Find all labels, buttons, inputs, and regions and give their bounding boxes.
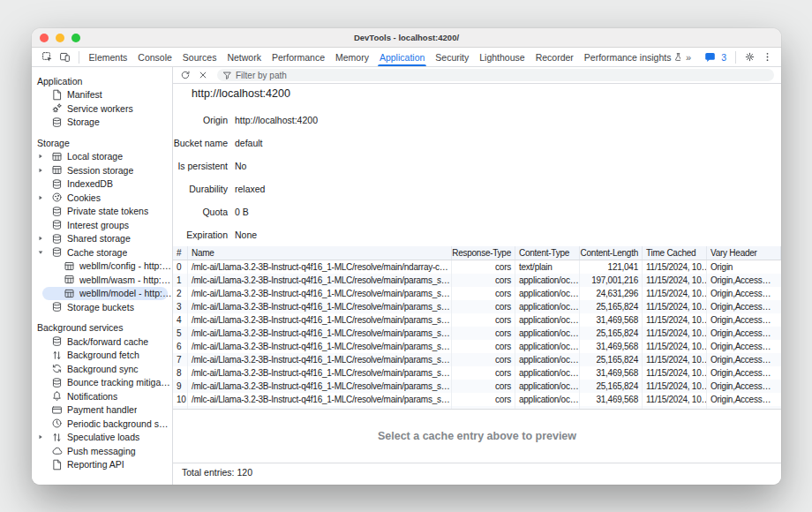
- sidebar-item-service-workers[interactable]: Service workers: [32, 102, 172, 116]
- cell: Origin,Access…: [707, 366, 781, 380]
- bucket-details: Originhttp://localhost:4200Bucket namede…: [173, 109, 781, 246]
- tab-lighthouse[interactable]: Lighthouse: [474, 48, 530, 66]
- sidebar-item-interest-groups[interactable]: Interest groups: [32, 218, 172, 232]
- sidebar-item-label: Background fetch: [67, 350, 139, 360]
- column-header-name[interactable]: Name: [188, 246, 452, 260]
- database-icon: [51, 219, 63, 230]
- table-row[interactable]: 11/mlc-ai/Llama-3.2-3B-Instruct-q4f16_1-…: [173, 406, 781, 409]
- column-header-[interactable]: #: [173, 246, 188, 260]
- sidebar-item-shared-storage[interactable]: Shared storage: [32, 232, 172, 246]
- table-row[interactable]: 5/mlc-ai/Llama-3.2-3B-Instruct-q4f16_1-M…: [173, 327, 781, 340]
- tab-sources[interactable]: Sources: [177, 48, 222, 66]
- sidebar-item-manifest[interactable]: Manifest: [32, 88, 172, 102]
- sidebar-item-reporting-api[interactable]: Reporting API: [32, 458, 172, 472]
- column-header-content-type[interactable]: Content-Type: [515, 246, 580, 260]
- column-header-time-cached[interactable]: Time Cached: [643, 246, 707, 260]
- sidebar-item-storage-buckets[interactable]: Storage buckets: [32, 300, 172, 314]
- table-row[interactable]: 2/mlc-ai/Llama-3.2-3B-Instruct-q4f16_1-M…: [173, 287, 781, 300]
- cell: Origin,Access…: [707, 353, 781, 366]
- chevron-right-icon[interactable]: [35, 235, 46, 242]
- table-row[interactable]: 6/mlc-ai/Llama-3.2-3B-Instruct-q4f16_1-M…: [173, 340, 781, 353]
- issues-button[interactable]: 3: [696, 50, 731, 64]
- database-icon: [51, 301, 63, 312]
- sidebar-item-speculative-loads[interactable]: Speculative loads: [32, 431, 172, 445]
- sidebar-item-periodic-background-sync[interactable]: Periodic background sync: [32, 417, 172, 431]
- table-row[interactable]: 0/mlc-ai/Llama-3.2-3B-Instruct-q4f16_1-M…: [173, 260, 781, 274]
- gear-icon[interactable]: [742, 50, 756, 64]
- table-row[interactable]: 9/mlc-ai/Llama-3.2-3B-Instruct-q4f16_1-M…: [173, 380, 781, 393]
- more-tabs-button[interactable]: »: [680, 52, 696, 63]
- tab-elements[interactable]: Elements: [84, 48, 133, 66]
- tab-network[interactable]: Network: [222, 48, 267, 66]
- sidebar-item-payment-handler[interactable]: Payment handler: [32, 403, 172, 418]
- cell: /mlc-ai/Llama-3.2-3B-Instruct-q4f16_1-ML…: [188, 327, 452, 340]
- table-row[interactable]: 3/mlc-ai/Llama-3.2-3B-Instruct-q4f16_1-M…: [173, 300, 781, 313]
- sidebar-item-push-messaging[interactable]: Push messaging: [32, 444, 172, 458]
- sidebar-item-background-fetch[interactable]: Background fetch: [32, 349, 172, 363]
- sidebar-item-bounce-tracking-mitigations[interactable]: Bounce tracking mitigations: [32, 376, 172, 390]
- sidebar-item-webllm-model[interactable]: webllm/model - http://loc…: [32, 287, 172, 301]
- tab-application[interactable]: Application: [374, 48, 430, 66]
- inspect-icon[interactable]: [41, 50, 55, 64]
- sidebar-item-cookies[interactable]: Cookies: [32, 191, 172, 205]
- kebab-menu-icon[interactable]: [760, 50, 774, 64]
- sidebar-item-notifications[interactable]: Notifications: [32, 389, 172, 403]
- column-header-response-type[interactable]: Response-Type: [452, 246, 515, 260]
- clear-icon[interactable]: [196, 68, 210, 82]
- device-toolbar-icon[interactable]: [58, 50, 72, 64]
- sidebar-item-back-forward-cache[interactable]: Back/forward cache: [32, 335, 172, 349]
- tab-performance-insights[interactable]: Performance insights: [579, 48, 680, 66]
- tab-performance[interactable]: Performance: [267, 48, 330, 66]
- column-header-content-length[interactable]: Content-Length: [580, 246, 643, 260]
- cache-entries-table: #NameResponse-TypeContent-TypeContent-Le…: [173, 246, 781, 409]
- chevron-right-icon[interactable]: [35, 153, 46, 160]
- table-row[interactable]: 1/mlc-ai/Llama-3.2-3B-Instruct-q4f16_1-M…: [173, 274, 781, 287]
- sidebar-item-storage[interactable]: Storage: [32, 116, 172, 130]
- sidebar-item-webllm-wasm[interactable]: webllm/wasm - http://loca…: [32, 273, 172, 287]
- sidebar-item-label: Cache storage: [67, 247, 127, 258]
- filter-box[interactable]: [217, 69, 774, 81]
- detail-row-is-persistent: Is persistentNo: [173, 154, 781, 177]
- table-row[interactable]: 8/mlc-ai/Llama-3.2-3B-Instruct-q4f16_1-M…: [173, 366, 781, 380]
- cell: 2: [173, 287, 188, 300]
- tab-label: Performance insights: [584, 52, 672, 63]
- tab-console[interactable]: Console: [132, 48, 177, 66]
- sidebar-item-private-state-tokens[interactable]: Private state tokens: [32, 205, 172, 219]
- cell: 25,165,824: [580, 327, 643, 340]
- table-row[interactable]: 7/mlc-ai/Llama-3.2-3B-Instruct-q4f16_1-M…: [173, 353, 781, 366]
- window-title: DevTools - localhost:4200/: [32, 33, 781, 42]
- sidebar-item-label: Private state tokens: [67, 206, 148, 216]
- divider: [735, 51, 736, 64]
- refresh-icon[interactable]: [178, 68, 192, 82]
- cell: /mlc-ai/Llama-3.2-3B-Instruct-q4f16_1-ML…: [188, 287, 452, 300]
- sidebar-item-webllm-config[interactable]: webllm/config - http://loc…: [32, 260, 172, 274]
- sidebar-item-cache-storage[interactable]: Cache storage: [32, 245, 172, 260]
- sidebar-item-background-sync[interactable]: Background sync: [32, 362, 172, 376]
- preview-placeholder: Select a cache entry above to preview: [378, 430, 576, 442]
- table-row[interactable]: 10/mlc-ai/Llama-3.2-3B-Instruct-q4f16_1-…: [173, 393, 781, 406]
- chevron-right-icon[interactable]: [35, 167, 46, 174]
- cell: /mlc-ai/Llama-3.2-3B-Instruct-q4f16_1-ML…: [188, 300, 452, 313]
- tab-security[interactable]: Security: [430, 48, 474, 66]
- cloud-icon: [51, 445, 63, 456]
- chevron-right-icon[interactable]: [35, 194, 46, 201]
- sidebar-item-session-storage[interactable]: Session storage: [32, 163, 172, 177]
- chevron-right-icon[interactable]: [35, 433, 46, 440]
- table-row[interactable]: 4/mlc-ai/Llama-3.2-3B-Instruct-q4f16_1-M…: [173, 313, 781, 327]
- cell: Origin,Access…: [707, 380, 781, 393]
- detail-value: default: [235, 138, 263, 148]
- cell: 11/15/2024, 10…: [643, 353, 707, 366]
- tab-memory[interactable]: Memory: [330, 48, 374, 66]
- cell: Origin,Access…: [707, 300, 781, 313]
- sidebar-item-local-storage[interactable]: Local storage: [32, 150, 172, 164]
- flask-icon: [673, 52, 680, 62]
- section-title: Background services: [32, 321, 172, 335]
- cell: application/oc…: [515, 274, 580, 287]
- updown-arrows-icon: [51, 432, 63, 443]
- tab-recorder[interactable]: Recorder: [530, 48, 579, 66]
- column-header-vary-header[interactable]: Vary Header: [707, 246, 781, 260]
- chevron-down-icon[interactable]: [35, 249, 46, 256]
- cell: 31,469,568: [580, 313, 643, 327]
- filter-input[interactable]: [236, 71, 769, 80]
- sidebar-item-indexeddb[interactable]: IndexedDB: [32, 177, 172, 192]
